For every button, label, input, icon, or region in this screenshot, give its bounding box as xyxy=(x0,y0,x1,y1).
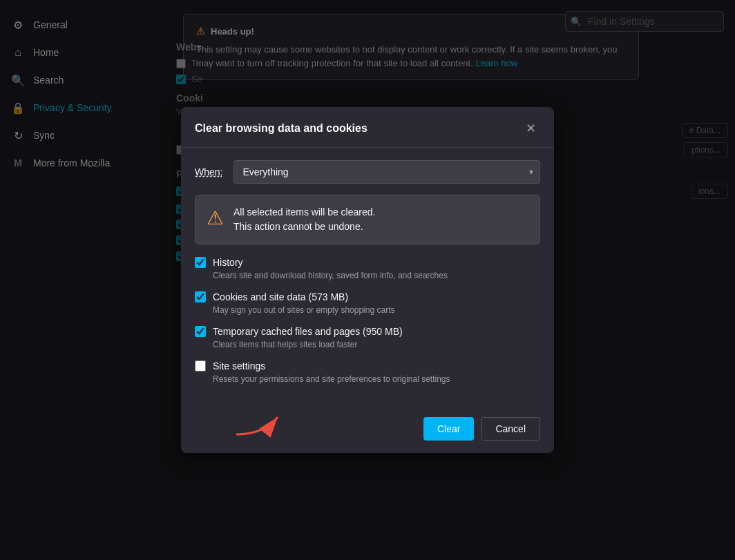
site-settings-label[interactable]: Site settings xyxy=(213,360,265,371)
cookies-item: Cookies and site data (573 MB) May sign … xyxy=(195,291,540,315)
when-select-wrapper: Everything Last hour Last two hours Last… xyxy=(233,160,540,184)
site-settings-row: Site settings xyxy=(195,360,540,371)
cookies-row: Cookies and site data (573 MB) xyxy=(195,291,540,302)
dialog-header: Clear browsing data and cookies ✕ xyxy=(181,107,554,148)
history-item: History Clears site and download history… xyxy=(195,257,540,280)
warning-line1: All selected items will be cleared. xyxy=(233,205,375,220)
history-row: History xyxy=(195,257,540,268)
cookies-label[interactable]: Cookies and site data (573 MB) xyxy=(213,291,348,302)
site-settings-item: Site settings Resets your permissions an… xyxy=(195,360,540,384)
dialog-footer: Clear Cancel xyxy=(181,407,554,453)
cache-item: Temporary cached files and pages (950 MB… xyxy=(195,326,540,349)
dialog-title: Clear browsing data and cookies xyxy=(195,122,368,135)
cache-checkbox[interactable] xyxy=(195,326,206,337)
modal-overlay[interactable]: Clear browsing data and cookies ✕ When: … xyxy=(169,0,735,560)
cookies-desc: May sign you out of sites or empty shopp… xyxy=(213,305,540,315)
main-content: 🔍 ⚠ Heads up! This setting may cause som… xyxy=(169,0,735,560)
warning-triangle-icon: ⚠ xyxy=(207,206,224,229)
history-desc: Clears site and download history, saved … xyxy=(213,271,540,280)
when-select[interactable]: Everything Last hour Last two hours Last… xyxy=(233,160,540,184)
cache-desc: Clears items that helps sites load faste… xyxy=(213,340,540,349)
close-dialog-button[interactable]: ✕ xyxy=(522,119,540,137)
cookies-checkbox[interactable] xyxy=(195,291,206,302)
site-settings-checkbox[interactable] xyxy=(195,360,206,371)
when-label: When: xyxy=(195,166,222,177)
history-label[interactable]: History xyxy=(213,257,243,268)
site-settings-desc: Resets your permissions and site prefere… xyxy=(213,374,540,384)
clear-button[interactable]: Clear xyxy=(423,417,474,441)
warning-line2: This action cannot be undone. xyxy=(233,220,375,234)
cancel-button[interactable]: Cancel xyxy=(481,417,540,441)
clear-data-dialog: Clear browsing data and cookies ✕ When: … xyxy=(181,107,554,453)
dialog-body: When: Everything Last hour Last two hour… xyxy=(181,148,554,407)
cache-label[interactable]: Temporary cached files and pages (950 MB… xyxy=(213,326,403,337)
warning-box: ⚠ All selected items will be cleared. Th… xyxy=(195,195,540,244)
when-row: When: Everything Last hour Last two hour… xyxy=(195,160,540,184)
history-checkbox[interactable] xyxy=(195,257,206,268)
arrow-indicator xyxy=(236,410,292,441)
cache-row: Temporary cached files and pages (950 MB… xyxy=(195,326,540,337)
warning-text: All selected items will be cleared. This… xyxy=(233,205,375,234)
